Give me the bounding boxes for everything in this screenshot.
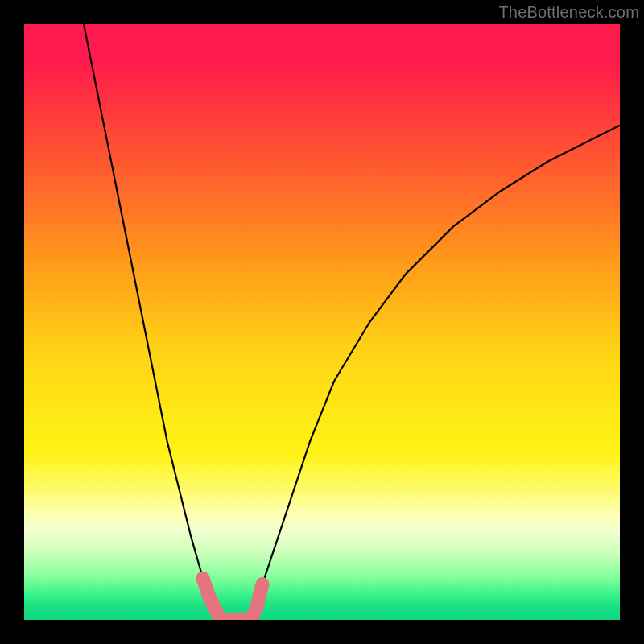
chart-frame: TheBottleneck.com — [0, 0, 644, 644]
pink-marker-segment — [203, 578, 262, 620]
watermark-text: TheBottleneck.com — [498, 3, 639, 22]
marker-layer — [24, 24, 620, 620]
plot-area — [24, 24, 620, 620]
